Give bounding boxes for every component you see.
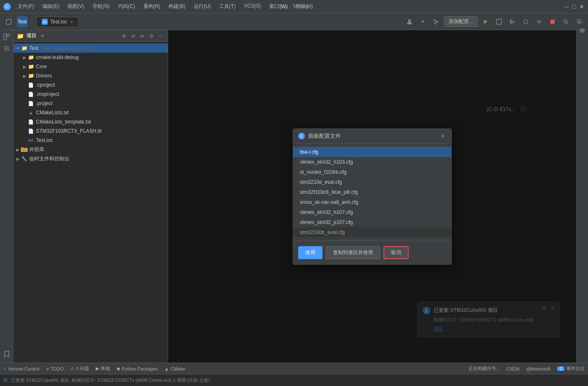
panel-header: 📁 项目 ▼ ⊕ ⇄ ⇌ ⚙ ─ bbox=[13, 30, 168, 42]
copy-and-use-button[interactable]: 复制到项目并使用 bbox=[326, 246, 380, 259]
tree-arrow-ext-libs[interactable]: ▶ bbox=[15, 147, 21, 152]
tree-item-core[interactable]: ▶ 📁 Core bbox=[13, 62, 168, 71]
status-problems[interactable]: ⚠ 0 问题 bbox=[70, 365, 89, 372]
tree-arrow-cmake[interactable]: ▶ bbox=[22, 54, 28, 60]
file-icon-mxproject: 📄 bbox=[28, 91, 34, 98]
bottom-info-bar: ☑ 已更新 STM32CubeMX 项目: 检测到芯片: STM32F103RC… bbox=[0, 374, 588, 386]
use-button[interactable]: 使用 bbox=[298, 246, 322, 259]
tree-item-external-libs[interactable]: ▶ 外部库 bbox=[13, 145, 168, 154]
menu-navigate[interactable]: 导航(N) bbox=[89, 2, 113, 11]
panel-close-icon[interactable]: ─ bbox=[157, 32, 164, 40]
dialog-item-stm3210e[interactable]: stm3210e_eval.cfg bbox=[293, 177, 451, 187]
debug-button[interactable] bbox=[507, 16, 518, 27]
dialog-title: 面板配置文件 bbox=[308, 132, 440, 140]
tree-item-cmake-build[interactable]: ▶ 📁 cmake-build-debug bbox=[13, 53, 168, 62]
dialog-item-stm32f103c8[interactable]: stm32f103c8_blue_pill.cfg bbox=[293, 187, 451, 197]
panel-settings-icon[interactable]: ⚙ bbox=[148, 32, 155, 40]
project-label-btn[interactable]: Test bbox=[17, 16, 28, 27]
search-button[interactable] bbox=[560, 16, 571, 27]
stop-button[interactable] bbox=[547, 16, 558, 27]
dialog-item-olimex-p107[interactable]: olimex_stm32_p107.cfg bbox=[293, 217, 451, 227]
dialog-item-xmos[interactable]: xmos_xk-xac-xa8_arm.cfg bbox=[293, 197, 451, 207]
event-log-label: 事件日志 bbox=[566, 365, 585, 372]
gear-icon[interactable] bbox=[574, 16, 585, 27]
dialog-item-stm32100b[interactable]: stm32100b_eval.cfg bbox=[293, 227, 451, 237]
test-ioc-tab[interactable]: ioc Test.ioc ✕ bbox=[36, 17, 79, 26]
event-log-item[interactable]: 1 事件日志 bbox=[557, 365, 585, 372]
status-bar-right: 正在构建符号... CSDN @tt/whosoft 1 事件日志 bbox=[468, 365, 585, 372]
menu-vcs[interactable]: VCS(S) bbox=[240, 2, 264, 11]
terminal-label: 终端 bbox=[101, 365, 110, 372]
tree-item-project[interactable]: ▶ 📄 .project bbox=[13, 99, 168, 108]
toolbar-arrow-down[interactable]: ▼ bbox=[417, 16, 428, 27]
menu-file[interactable]: 文件(F) bbox=[14, 2, 37, 11]
dialog-close-button[interactable]: ✕ bbox=[440, 133, 446, 139]
svg-rect-8 bbox=[550, 20, 555, 24]
dialog-item-lisa-l[interactable]: lisa-l.cfg bbox=[293, 147, 451, 157]
build-button[interactable] bbox=[493, 16, 504, 27]
panel-icon-1[interactable]: ⊕ bbox=[120, 32, 128, 40]
menu-code[interactable]: 代码(C) bbox=[115, 2, 138, 11]
menu-build[interactable]: 构建(B) bbox=[165, 2, 189, 11]
cursor-icon[interactable] bbox=[431, 16, 442, 27]
tree-item-cmakelists[interactable]: ▶ ▲ CMakeLists.txt bbox=[13, 108, 168, 117]
project-panel-icon[interactable] bbox=[2, 32, 12, 42]
tree-item-flash-ld[interactable]: ▶ 📄 STM32F103RCTX_FLASH.ld bbox=[13, 126, 168, 136]
svg-point-1 bbox=[408, 19, 411, 22]
dialog-item-st-nucleo[interactable]: st_nucleo_f103rb.cfg bbox=[293, 167, 451, 177]
minimize-button[interactable]: ─ bbox=[564, 4, 570, 10]
tree-arrow-testioc: ▶ bbox=[22, 137, 28, 143]
close-button[interactable]: ✕ bbox=[579, 4, 585, 10]
dialog-item-olimex-h107[interactable]: olimex_stm32_h107.cfg bbox=[293, 207, 451, 217]
tree-arrow-cmake-tmpl: ▶ bbox=[22, 119, 28, 125]
tab-close-button[interactable]: ✕ bbox=[70, 20, 73, 24]
cmake-icon: ▲ bbox=[164, 366, 169, 371]
file-icon-flash-ld: 📄 bbox=[28, 128, 34, 134]
maximize-button[interactable]: □ bbox=[571, 4, 577, 10]
add-config-button[interactable]: 添加配置... bbox=[444, 16, 478, 27]
settings-icon[interactable] bbox=[534, 16, 545, 27]
tree-item-testioc[interactable]: ▶ ioc Test.ioc bbox=[13, 136, 168, 145]
tree-label-core: Core bbox=[36, 64, 47, 69]
structure-icon[interactable] bbox=[2, 44, 12, 54]
toolbar-right: ▼ 添加配置... bbox=[404, 16, 585, 27]
svg-marker-6 bbox=[524, 20, 525, 21]
tree-arrow-temp[interactable]: ▶ bbox=[15, 156, 21, 162]
panel-icon-3[interactable]: ⇌ bbox=[138, 32, 146, 40]
tree-item-cproject[interactable]: ▶ 📄 .cproject bbox=[13, 80, 168, 90]
tree-arrow-test[interactable]: ▼ bbox=[15, 45, 21, 51]
svg-point-7 bbox=[538, 21, 540, 23]
dialog-list: lisa-l.cfg olimex_stm32_h103.cfg st_nucl… bbox=[293, 144, 451, 241]
tree-item-drivers[interactable]: ▶ 📁 Drivers bbox=[13, 71, 168, 80]
tree-item-temp[interactable]: ▶ 🔧 临时文件和控制台 bbox=[13, 154, 168, 163]
file-icon-cmake-tmpl: 📄 bbox=[28, 118, 34, 125]
menu-refactor[interactable]: 重构(R) bbox=[140, 2, 164, 11]
dialog-item-olimex-h103[interactable]: olimex_stm32_h103.cfg bbox=[293, 157, 451, 167]
tree-item-cmake-template[interactable]: ▶ 📄 CMakeLists_template.txt bbox=[13, 117, 168, 126]
menu-run[interactable]: 运行(U) bbox=[190, 2, 214, 11]
tree-item-test-root[interactable]: ▼ 📁 Test F:\Workspaces\Clion\Test bbox=[13, 44, 168, 53]
status-todo[interactable]: ≡ TODO bbox=[46, 366, 64, 371]
tree-arrow-drivers[interactable]: ▶ bbox=[22, 73, 28, 79]
tree-arrow-core[interactable]: ▶ bbox=[22, 64, 28, 69]
tree-label-test: Test bbox=[29, 45, 38, 51]
status-version-control[interactable]: ⑂ Version Control bbox=[3, 366, 39, 371]
menu-edit[interactable]: 编辑(E) bbox=[39, 2, 62, 11]
status-python-packages[interactable]: ◆ Python Packages bbox=[117, 366, 158, 371]
status-cmake[interactable]: ▲ CMake bbox=[164, 366, 185, 371]
menu-tools[interactable]: 工具(T) bbox=[216, 2, 239, 11]
bookmark-icon[interactable] bbox=[2, 349, 12, 359]
svg-rect-13 bbox=[7, 34, 10, 36]
problems-icon: ⚠ bbox=[70, 366, 74, 371]
tree-item-mxproject[interactable]: ▶ 📄 .mxproject bbox=[13, 90, 168, 99]
toolbar-separator bbox=[32, 18, 32, 26]
status-terminal[interactable]: ▶ 终端 bbox=[96, 365, 110, 372]
run-button[interactable] bbox=[480, 16, 491, 27]
panel-icon-2[interactable]: ⇄ bbox=[129, 32, 137, 40]
menu-view[interactable]: 视图(V) bbox=[64, 2, 87, 11]
user-icon[interactable] bbox=[404, 16, 415, 27]
tree-label-drivers: Drivers bbox=[36, 73, 52, 79]
refresh-button[interactable] bbox=[520, 16, 531, 27]
right-sidebar-label[interactable]: 编辑 bbox=[578, 33, 587, 40]
cancel-button[interactable]: 取消 bbox=[383, 246, 409, 259]
